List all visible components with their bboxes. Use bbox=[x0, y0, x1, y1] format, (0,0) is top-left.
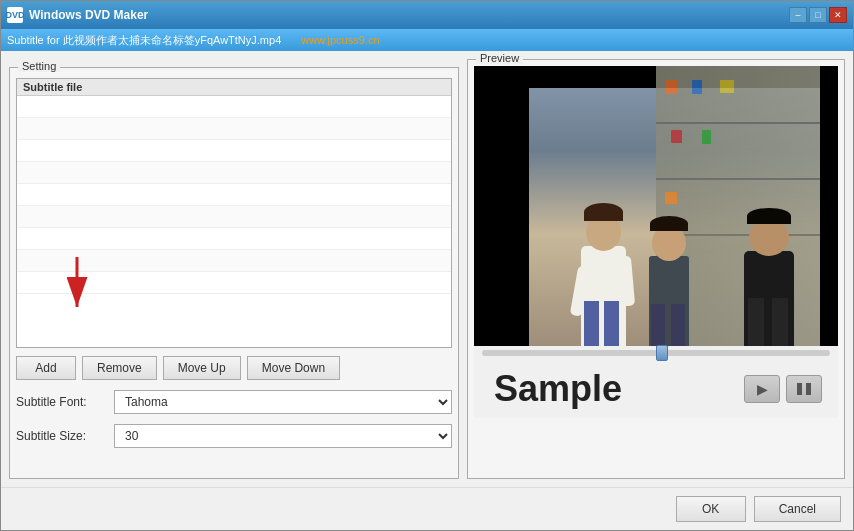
person2 bbox=[649, 206, 689, 346]
close-button[interactable]: ✕ bbox=[829, 7, 847, 23]
setting-group: Setting Subtitle file bbox=[9, 67, 459, 479]
seek-thumb[interactable] bbox=[656, 345, 668, 361]
footer: OK Cancel bbox=[1, 487, 853, 530]
maximize-button[interactable]: □ bbox=[809, 7, 827, 23]
person1 bbox=[576, 186, 631, 346]
seek-bar-container bbox=[474, 346, 838, 360]
font-label: Subtitle Font: bbox=[16, 395, 106, 409]
title-bar: DVD Windows DVD Maker – □ ✕ bbox=[1, 1, 853, 29]
subtitle-list-header: Subtitle file bbox=[17, 79, 451, 96]
font-row: Subtitle Font: Tahoma Arial Verdana bbox=[16, 390, 452, 414]
content-area: Setting Subtitle file bbox=[1, 51, 853, 487]
playback-controls: ▶ bbox=[736, 371, 830, 407]
preview-group: Preview bbox=[467, 59, 845, 479]
add-button[interactable]: Add bbox=[16, 356, 76, 380]
pause-button[interactable] bbox=[786, 375, 822, 403]
move-up-button[interactable]: Move Up bbox=[163, 356, 241, 380]
minimize-button[interactable]: – bbox=[789, 7, 807, 23]
window-controls: – □ ✕ bbox=[789, 7, 847, 23]
size-select[interactable]: 24 28 30 32 36 bbox=[114, 424, 452, 448]
app-icon: DVD bbox=[7, 7, 23, 23]
right-panel: Preview bbox=[467, 59, 845, 479]
preview-label: Preview bbox=[476, 52, 523, 64]
watermark-text: www.jpcuss9.cn bbox=[301, 34, 379, 46]
person3 bbox=[744, 196, 794, 346]
sample-row: Sample ▶ bbox=[474, 360, 838, 418]
subtitle-bar: Subtitle for 此视频作者太捕未命名标签yFqAwTtNyJ.mp4 … bbox=[1, 29, 853, 51]
font-select[interactable]: Tahoma Arial Verdana bbox=[114, 390, 452, 414]
play-button[interactable]: ▶ bbox=[744, 375, 780, 403]
svg-rect-3 bbox=[806, 383, 811, 395]
ok-button[interactable]: OK bbox=[676, 496, 746, 522]
store-scene bbox=[474, 66, 838, 346]
seek-bar[interactable] bbox=[482, 350, 830, 356]
sample-text: Sample bbox=[482, 360, 634, 418]
window-title: Windows DVD Maker bbox=[29, 8, 789, 22]
left-panel: Setting Subtitle file bbox=[9, 59, 459, 479]
subtitle-list[interactable]: Subtitle file bbox=[16, 78, 452, 348]
subtitle-bar-text: Subtitle for 此视频作者太捕未命名标签yFqAwTtNyJ.mp4 bbox=[7, 33, 281, 48]
main-window: DVD Windows DVD Maker – □ ✕ Subtitle for… bbox=[0, 0, 854, 531]
cancel-button[interactable]: Cancel bbox=[754, 496, 841, 522]
preview-video bbox=[474, 66, 838, 346]
arrow-indicator bbox=[57, 247, 137, 327]
size-label: Subtitle Size: bbox=[16, 429, 106, 443]
button-row: Add Remove Move Up Move Down bbox=[16, 356, 452, 380]
size-row: Subtitle Size: 24 28 30 32 36 bbox=[16, 424, 452, 448]
subtitle-list-body bbox=[17, 96, 451, 342]
svg-rect-2 bbox=[797, 383, 802, 395]
setting-label: Setting bbox=[18, 60, 60, 72]
pause-icon bbox=[795, 381, 813, 397]
remove-button[interactable]: Remove bbox=[82, 356, 157, 380]
move-down-button[interactable]: Move Down bbox=[247, 356, 340, 380]
